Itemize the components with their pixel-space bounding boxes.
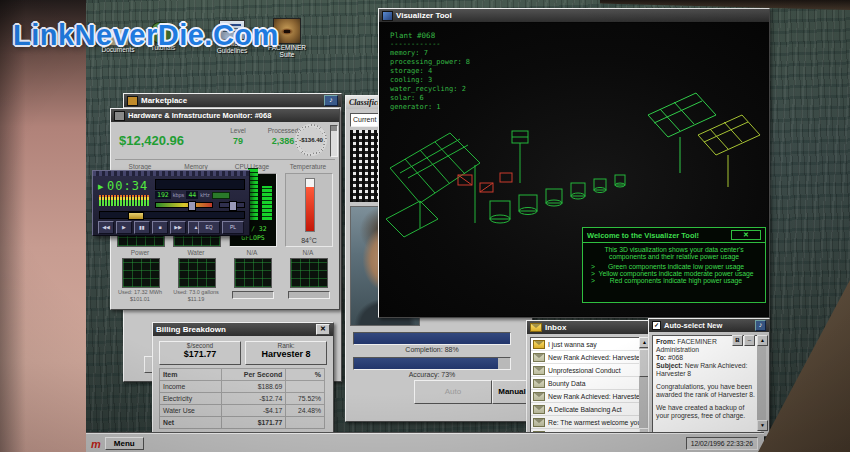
visualizer-titlebar[interactable]: Visualizer Tool — [379, 9, 769, 22]
close-icon[interactable]: ✕ — [731, 230, 761, 240]
eq-toggle[interactable]: EQ — [198, 221, 220, 234]
stat-cooling: cooling: 3 — [390, 76, 470, 85]
balance-value: $12,420.96 — [119, 133, 184, 148]
monitor-titlebar[interactable]: Hardware & Infrastructure Monitor: #068 — [111, 109, 339, 122]
window-title: Marketplace — [141, 96, 187, 105]
crt-photo: Documents Tutorials Content Guidelines F… — [0, 0, 850, 452]
billing-titlebar[interactable]: Billing Breakdown ✕ — [153, 323, 333, 336]
list-item[interactable]: New Rank Achieved: Harvester... — [531, 390, 639, 403]
level-label: Level — [223, 127, 253, 134]
list-item[interactable]: Unprofessional Conduct — [531, 364, 639, 377]
welcome-dialog: Welcome to the Visualizer Tool! ✕ This 3… — [582, 227, 766, 303]
na-label: N/A — [225, 249, 279, 256]
playlist-toggle[interactable]: PL — [222, 221, 244, 234]
taskbar: m Menu 12/02/1996 22:33:26 — [86, 433, 764, 452]
storage-label: Storage — [113, 163, 167, 170]
scrollbar[interactable]: ▲ ▼ — [639, 337, 648, 439]
bold-button[interactable]: B — [732, 335, 743, 346]
prev-button[interactable]: ◀◀ — [98, 221, 114, 234]
table-row[interactable]: Income $188.69 — [160, 381, 325, 393]
billing-window: Billing Breakdown ✕ $/second $171.77 Ran… — [152, 322, 334, 434]
power-label: Power — [113, 249, 167, 256]
billing-table: Item Per Second % Income $188.69 Electri… — [159, 368, 325, 429]
list-item[interactable]: I just wanna say — [531, 338, 639, 351]
sound-icon[interactable]: ♪ — [755, 320, 766, 331]
minimize-button[interactable]: – — [744, 335, 755, 346]
bullet-green: Green components indicate low power usag… — [595, 263, 757, 270]
volume-slider[interactable] — [155, 202, 213, 208]
envelope-icon — [533, 418, 545, 427]
inbox-window: Inbox I just wanna say New Rank Achieved… — [526, 320, 652, 444]
stat-solar: solar: 6 — [390, 94, 470, 103]
memory-label: Memory — [169, 163, 223, 170]
per-second-value: $171.77 — [160, 349, 240, 359]
play-indicator-icon: ▶ — [98, 183, 103, 191]
monitor-icon — [114, 111, 125, 121]
stat-memory: memory: 7 — [390, 49, 470, 58]
play-button[interactable]: ▶ — [116, 221, 132, 234]
inbox-icon — [530, 323, 542, 332]
table-row[interactable]: Water Use -$4.17 24.48% — [160, 405, 325, 417]
water-label: Water — [169, 249, 223, 256]
water-chart — [178, 258, 216, 288]
na-chart — [234, 258, 272, 288]
auto-button[interactable]: Auto — [414, 380, 492, 404]
player-titlebar[interactable] — [93, 171, 249, 176]
rank-label: Rank: — [246, 342, 326, 349]
gauge-slider[interactable] — [330, 125, 338, 157]
rate-value: -$136.40 — [298, 127, 324, 153]
list-item[interactable]: A Delicate Balancing Act — [531, 403, 639, 416]
khz-label: kHz — [200, 192, 209, 198]
transport-controls: ◀◀ ▶ ▮▮ ■ ▶▶ ▲ — [98, 221, 204, 234]
na-label: N/A — [281, 249, 335, 256]
scroll-down-icon[interactable]: ▼ — [757, 420, 768, 431]
rate-gauge: -$136.40 — [295, 124, 327, 156]
from-label: From: — [656, 338, 675, 345]
completion-bar — [353, 332, 511, 345]
divider: ------------ — [390, 40, 470, 49]
water-used: Used: 73.0 gallons — [167, 289, 225, 295]
welcome-title: Welcome to the Visualizer Tool! — [587, 231, 699, 240]
envelope-icon — [533, 366, 545, 375]
rank-box: Rank: Harvester 8 — [245, 341, 327, 365]
list-item[interactable]: Re: The warmest welcome you'l... — [531, 416, 639, 429]
email-paragraph: Congratulations, you have been awarded t… — [656, 383, 757, 399]
list-item[interactable]: Bounty Data — [531, 377, 639, 390]
power-cost: $101.01 — [111, 296, 169, 302]
completion-label: Completion: 88% — [353, 346, 511, 353]
balance-slider[interactable] — [219, 202, 245, 208]
marketplace-titlebar[interactable]: Marketplace ♪ — [124, 94, 341, 107]
table-row[interactable]: Electricity -$12.74 75.52% — [160, 393, 325, 405]
close-icon[interactable]: ✕ — [316, 324, 330, 335]
bullet-yellow: Yellow components indicate moderate powe… — [595, 270, 757, 277]
media-player[interactable]: ▶ 00:34 1. HIDDEN - DEFENDER 4:17 192 kb… — [92, 170, 250, 236]
scroll-up-icon[interactable]: ▲ — [757, 335, 768, 346]
temperature-panel: 84°C — [285, 173, 333, 247]
envelope-icon — [533, 340, 545, 349]
seek-bar[interactable] — [99, 211, 245, 219]
marketplace-icon — [127, 96, 138, 106]
rank-value: Harvester 8 — [246, 349, 326, 359]
list-item[interactable]: New Rank Achieved: Harveste... — [531, 351, 639, 364]
plant-info: Plant #068 ------------ memory: 7 proces… — [390, 31, 470, 112]
sound-icon[interactable]: ♪ — [324, 95, 338, 106]
table-row-net: Net $171.77 — [160, 417, 325, 429]
visualizer-window: Visualizer Tool — [378, 8, 770, 318]
stat-water-recycling: water_recycling: 2 — [390, 85, 470, 94]
level-value: 79 — [223, 136, 253, 146]
stop-button[interactable]: ■ — [152, 221, 168, 234]
temperature-label: Temperature — [281, 163, 335, 170]
welcome-intro: This 3D visualization shows your data ce… — [583, 243, 765, 263]
pause-button[interactable]: ▮▮ — [134, 221, 150, 234]
scrollbar[interactable]: ▲ ▼ — [757, 335, 766, 431]
menu-button[interactable]: Menu — [105, 437, 144, 450]
to-value: #068 — [668, 354, 683, 361]
visualizer-canvas: Plant #068 ------------ memory: 7 proces… — [380, 23, 768, 316]
stereo-indicator — [212, 192, 230, 199]
mail-list: I just wanna say New Rank Achieved: Harv… — [530, 337, 640, 441]
email-titlebar[interactable]: ✓ Auto-select New ♪ — [649, 319, 769, 332]
na-bar — [288, 291, 330, 299]
checkbox-icon[interactable]: ✓ — [652, 321, 661, 330]
inbox-titlebar[interactable]: Inbox — [527, 321, 651, 334]
next-button[interactable]: ▶▶ — [170, 221, 186, 234]
